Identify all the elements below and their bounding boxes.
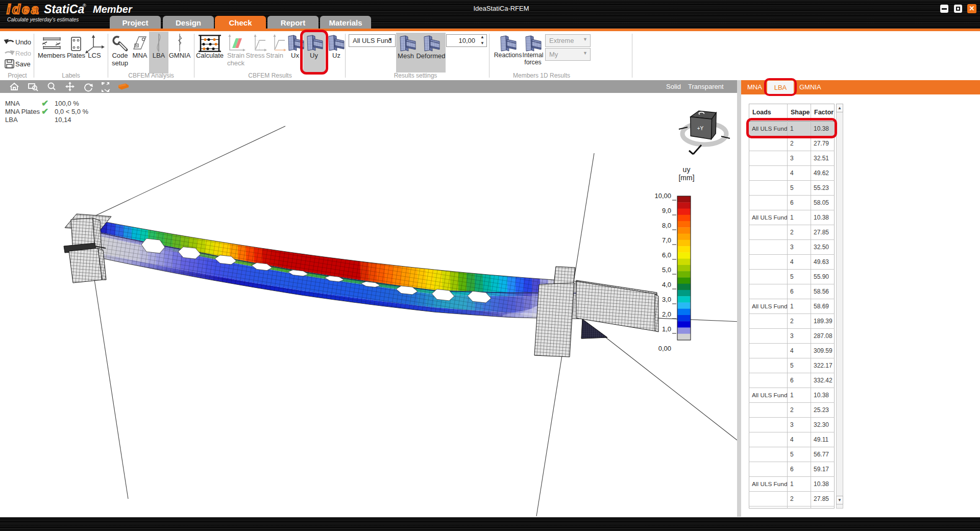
svg-text:[mm]: [mm] [678, 174, 694, 182]
svg-text:uy: uy [683, 165, 691, 174]
svg-text:idea: idea [7, 2, 40, 17]
svg-text:1,0: 1,0 [662, 325, 671, 333]
svg-text:8,0: 8,0 [662, 222, 671, 229]
svg-text:3,0: 3,0 [662, 296, 671, 303]
svg-text:Member: Member [93, 4, 133, 15]
svg-text:0,00: 0,00 [658, 345, 671, 352]
svg-text:6,0: 6,0 [662, 251, 671, 259]
svg-text:9,0: 9,0 [662, 207, 671, 214]
svg-text:4,0: 4,0 [662, 281, 671, 288]
svg-text:5,0: 5,0 [662, 266, 671, 274]
svg-text:StatiCa: StatiCa [44, 3, 84, 16]
svg-text:Calculate yesterday's estimate: Calculate yesterday's estimates [7, 17, 79, 22]
svg-text:®: ® [83, 3, 86, 8]
svg-text:2,0: 2,0 [662, 310, 671, 318]
svg-text:+Y: +Y [697, 126, 704, 131]
svg-text:7,0: 7,0 [662, 236, 671, 244]
svg-text:10,00: 10,00 [654, 192, 671, 200]
